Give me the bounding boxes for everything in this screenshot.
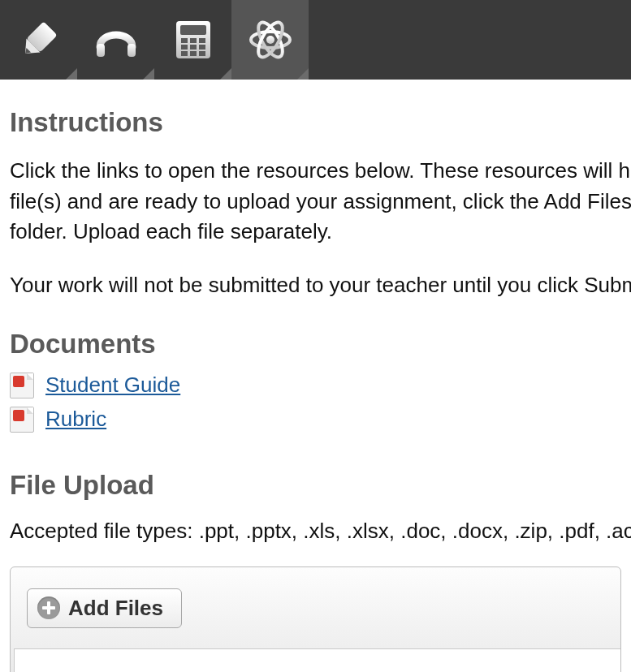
atom-icon: [248, 17, 293, 62]
documents-heading: Documents: [10, 329, 621, 360]
svg-rect-11: [190, 45, 197, 50]
dropdown-corner-icon: [66, 68, 77, 80]
add-files-button[interactable]: Add Files: [27, 588, 182, 628]
pdf-icon: [10, 407, 34, 433]
svg-rect-3: [97, 44, 105, 57]
svg-rect-15: [199, 51, 205, 56]
upload-dropzone[interactable]: Add Files: [10, 566, 621, 672]
pdf-icon: [10, 373, 34, 398]
svg-rect-10: [181, 45, 188, 50]
pencil-icon: [18, 19, 60, 61]
instructions-line: folder. Upload each file separately.: [10, 219, 332, 243]
plus-icon: [37, 597, 60, 619]
document-link-student-guide[interactable]: Student Guide: [45, 373, 180, 398]
upload-list-area: [14, 648, 620, 672]
dropdown-corner-icon: [143, 68, 154, 80]
svg-rect-14: [190, 51, 197, 56]
svg-rect-13: [181, 51, 188, 56]
instructions-line: file(s) and are ready to upload your ass…: [10, 189, 631, 213]
content-area: Instructions Click the links to open the…: [0, 80, 631, 672]
svg-rect-4: [127, 44, 136, 57]
instructions-submit-note: Your work will not be submitted to your …: [10, 270, 621, 301]
document-row: Student Guide: [10, 373, 621, 398]
svg-rect-8: [190, 38, 197, 43]
add-files-label: Add Files: [68, 596, 163, 621]
svg-rect-6: [180, 25, 206, 35]
dropdown-corner-icon: [220, 68, 231, 80]
calculator-icon: [175, 19, 212, 60]
dropdown-corner-icon: [297, 68, 309, 80]
headphones-icon: [93, 19, 139, 60]
accepted-file-types: Accepted file types: .ppt, .pptx, .xls, …: [10, 519, 621, 544]
toolbar: [0, 0, 631, 80]
file-upload-heading: File Upload: [10, 470, 621, 501]
instructions-heading: Instructions: [10, 107, 621, 138]
svg-rect-9: [199, 38, 205, 43]
svg-rect-12: [199, 45, 205, 50]
instructions-line: Click the links to open the resources be…: [10, 158, 631, 183]
svg-point-19: [266, 36, 274, 44]
document-link-rubric[interactable]: Rubric: [45, 407, 106, 432]
document-row: Rubric: [10, 407, 621, 433]
svg-rect-7: [181, 38, 188, 43]
instructions-text: Click the links to open the resources be…: [10, 156, 621, 248]
